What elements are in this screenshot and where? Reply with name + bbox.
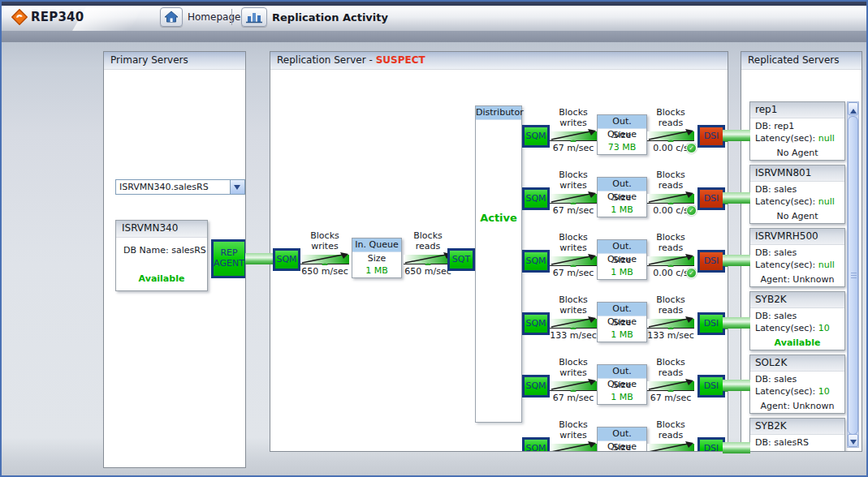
out-queue-box[interactable]: Out. Queue Size 1 MB bbox=[597, 364, 647, 405]
flow-label: Blocks writes bbox=[550, 170, 597, 191]
primary-server-name: ISRVMN340 bbox=[116, 221, 207, 238]
dsi-box[interactable]: DSI bbox=[697, 375, 725, 398]
scroll-up-button[interactable] bbox=[848, 102, 858, 115]
server-latency: Latency(sec): 10 bbox=[750, 322, 844, 334]
replicated-server-card[interactable]: SOL2K DB: sales Latency(sec): 10 Agent: … bbox=[749, 355, 845, 414]
reads-flow: Blocks reads 0.00 c/s ✓ bbox=[647, 232, 694, 278]
sqm-box[interactable]: SQM bbox=[273, 248, 300, 271]
flow-rate: 67 m/sec bbox=[550, 393, 597, 403]
replicated-server-card[interactable]: SYB2K DB: sales Latency(sec): 10 Availab… bbox=[749, 291, 845, 350]
server-latency: Latency(sec): 10 bbox=[750, 385, 844, 398]
out-queue-box[interactable]: Out. Queue Size 1 MB bbox=[597, 177, 647, 217]
queue-header: In. Queue bbox=[352, 238, 401, 252]
primary-server-select[interactable]: ISRVMN340.salesRS bbox=[115, 179, 245, 195]
sqm-box[interactable]: SQM bbox=[522, 187, 550, 210]
primary-server-box[interactable]: ISRVMN340 DB Name: salesRS Available bbox=[115, 220, 208, 291]
out-queue-box[interactable]: Out. Queue Size bbox=[597, 427, 647, 452]
flow-arrow-icon bbox=[647, 253, 694, 267]
flow-rate: 133 m/sec bbox=[647, 330, 694, 341]
flow-label: Blocks writes bbox=[550, 419, 597, 440]
server-latency: Latency(sec): null bbox=[750, 132, 844, 144]
sqm-box[interactable]: SQM bbox=[522, 437, 550, 452]
scrollbar-thumb[interactable] bbox=[848, 116, 858, 435]
server-db: DB: sales bbox=[750, 183, 844, 196]
queue-header: Out. Queue bbox=[598, 303, 646, 316]
sqm-box[interactable]: SQM bbox=[522, 125, 550, 148]
dsi-box[interactable]: DSI bbox=[697, 187, 725, 210]
sqm-box[interactable]: SQM bbox=[522, 375, 550, 398]
homepage-label: Homepage bbox=[188, 11, 240, 23]
server-status: Agent: Unknown bbox=[750, 274, 844, 285]
chevron-down-icon[interactable] bbox=[230, 180, 244, 194]
replicated-panel-title: Replicated Servers bbox=[741, 52, 862, 70]
in-queue-box[interactable]: In. Queue Size 1 MB bbox=[352, 238, 402, 278]
writes-flow: Blocks writes 67 m/sec bbox=[550, 232, 597, 278]
sqt-box[interactable]: SQT bbox=[447, 248, 475, 271]
dsi-box[interactable]: DSI bbox=[697, 437, 725, 452]
out-queue-box[interactable]: Out. Queue Size 73 MB bbox=[597, 114, 647, 155]
flow-connector bbox=[723, 255, 750, 266]
toolbar-strip bbox=[2, 31, 866, 42]
replicated-server-card[interactable]: ISRVMN801 DB: sales Latency(sec): null N… bbox=[749, 165, 845, 224]
app-title: REP340 bbox=[31, 10, 84, 24]
home-icon bbox=[160, 7, 183, 27]
dsi-box[interactable]: DSI bbox=[697, 250, 725, 273]
flow-arrow-icon bbox=[647, 316, 694, 329]
replicated-server-card[interactable]: SYB2K DB: salesRS Latency(sec): 6 bbox=[749, 418, 845, 452]
homepage-button[interactable]: Homepage bbox=[160, 7, 240, 27]
queue-header: Out. Queue bbox=[598, 365, 646, 379]
flow-label: Blocks reads bbox=[647, 419, 694, 440]
flow-label: Blocks writes bbox=[550, 357, 597, 378]
server-name: SYB2K bbox=[750, 419, 844, 435]
ok-check-icon: ✓ bbox=[686, 268, 697, 278]
server-latency-value: 10 bbox=[818, 323, 830, 333]
replicated-server-card[interactable]: rep1 DB: rep1 Latency(sec): null No Agen… bbox=[749, 101, 845, 161]
server-name: ISRVMN801 bbox=[750, 165, 844, 182]
reads-flow: Blocks reads bbox=[647, 419, 694, 452]
writes-flow: Blocks writes 650 m/sec bbox=[300, 230, 349, 277]
queue-size-label: Size bbox=[598, 254, 646, 267]
flow-connector bbox=[723, 380, 750, 391]
queue-size-label: Size bbox=[352, 252, 401, 265]
app-logo-icon bbox=[11, 9, 28, 25]
scroll-down-button[interactable] bbox=[848, 434, 858, 447]
primary-server-status: Available bbox=[116, 273, 207, 284]
replicated-server-card[interactable]: ISRVMRH500 DB: sales Latency(sec): null … bbox=[749, 228, 845, 287]
out-queue-box[interactable]: Out. Queue Size 1 MB bbox=[597, 302, 647, 342]
dsi-box[interactable]: DSI bbox=[697, 312, 725, 335]
flow-connector bbox=[723, 192, 750, 204]
primary-server-db: DB Name: salesRS bbox=[123, 245, 207, 256]
scrollbar[interactable] bbox=[847, 101, 859, 448]
flow-label: Blocks reads bbox=[404, 230, 452, 251]
flow-label: Blocks reads bbox=[647, 294, 694, 316]
flow-label: Blocks writes bbox=[550, 107, 597, 128]
dsi-box[interactable]: DSI bbox=[697, 125, 725, 148]
flow-connector bbox=[723, 442, 750, 453]
flow-connector bbox=[723, 130, 750, 141]
server-db: DB: sales bbox=[750, 373, 844, 385]
writes-flow: Blocks writes bbox=[550, 419, 597, 452]
distributor-box[interactable]: Distributor Active bbox=[475, 105, 522, 423]
flow-arrow-icon bbox=[550, 128, 597, 142]
flow-arrow-icon bbox=[300, 251, 349, 265]
queue-size-value: 1 MB bbox=[598, 329, 646, 342]
sqm-box[interactable]: SQM bbox=[522, 312, 550, 335]
queue-size-value: 73 MB bbox=[598, 142, 646, 154]
flow-arrow-icon bbox=[647, 440, 694, 452]
flow-arrow-icon bbox=[550, 440, 597, 452]
bar-chart-icon bbox=[241, 7, 267, 27]
queue-header: Out. Queue bbox=[598, 240, 646, 254]
ok-check-icon: ✓ bbox=[686, 205, 697, 216]
reads-flow: Blocks reads 133 m/sec bbox=[647, 294, 694, 341]
out-queue-box[interactable]: Out. Queue Size 1 MB bbox=[597, 239, 647, 280]
flow-arrow-icon bbox=[550, 316, 597, 329]
flow-label: Blocks reads bbox=[647, 107, 694, 128]
replication-panel-title: Replication Server -SUSPECT bbox=[270, 52, 728, 70]
server-latency-value: null bbox=[818, 133, 835, 144]
server-db: DB: rep1 bbox=[750, 120, 844, 132]
sqm-box[interactable]: SQM bbox=[522, 250, 550, 273]
distributor-header: Distributor bbox=[476, 106, 521, 120]
rep-agent-box[interactable]: REP AGENT bbox=[211, 239, 246, 278]
replication-activity-button[interactable]: Replication Activity bbox=[241, 7, 388, 27]
queue-size-value: 1 MB bbox=[598, 204, 646, 217]
